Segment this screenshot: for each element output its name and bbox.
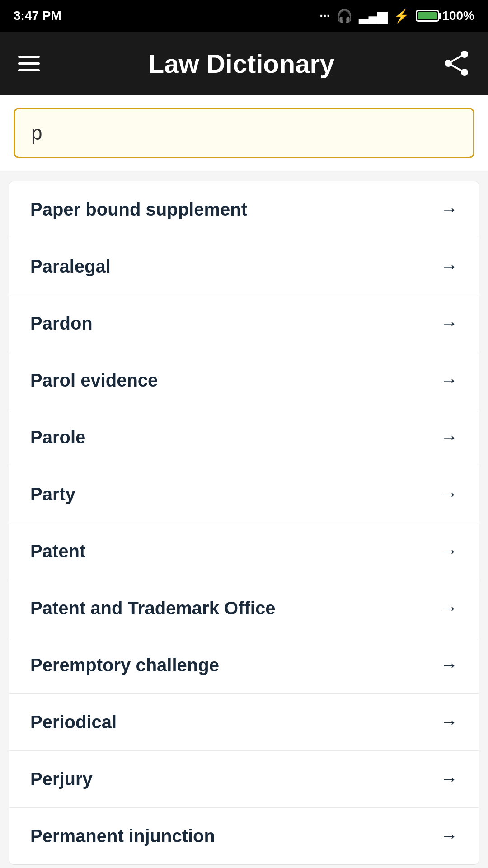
list-item-label: Peremptory challenge [30, 655, 219, 675]
arrow-icon: → [441, 428, 458, 447]
status-bar: 3:47 PM ··· 🎧 ▂▄▆ ⚡ 100% [0, 0, 488, 32]
list-item-label: Periodical [30, 712, 117, 732]
menu-button[interactable] [18, 56, 40, 71]
battery-icon [416, 10, 439, 22]
list-item-label: Perjury [30, 769, 93, 789]
list-item[interactable]: Parole→ [9, 409, 479, 466]
search-container [0, 95, 488, 171]
arrow-icon: → [441, 599, 458, 618]
list-item[interactable]: Permanent injunction→ [9, 808, 479, 864]
list-item-label: Patent [30, 541, 85, 561]
list-item-label: Paper bound supplement [30, 199, 247, 220]
more-icon: ··· [319, 9, 330, 23]
arrow-icon: → [441, 485, 458, 504]
content-area: Paper bound supplement→Paralegal→Pardon→… [0, 171, 488, 868]
app-header: Law Dictionary [0, 32, 488, 95]
arrow-icon: → [441, 826, 458, 846]
list-item[interactable]: Peremptory challenge→ [9, 637, 479, 694]
arrow-icon: → [441, 712, 458, 732]
headphone-icon: 🎧 [337, 9, 352, 24]
signal-icon: ▂▄▆ [359, 9, 388, 24]
status-icons: ··· 🎧 ▂▄▆ ⚡ 100% [319, 9, 474, 24]
list-item[interactable]: Parol evidence→ [9, 352, 479, 409]
list-item-label: Parol evidence [30, 370, 158, 391]
arrow-icon: → [441, 769, 458, 789]
share-button[interactable] [443, 50, 470, 77]
list-item-label: Parole [30, 427, 85, 448]
search-input[interactable] [14, 108, 474, 158]
list-item[interactable]: Paper bound supplement→ [9, 181, 479, 238]
list-item[interactable]: Patent and Trademark Office→ [9, 580, 479, 637]
list-item[interactable]: Periodical→ [9, 694, 479, 751]
list-item-label: Patent and Trademark Office [30, 598, 275, 618]
app-title: Law Dictionary [148, 48, 335, 79]
arrow-icon: → [441, 200, 458, 219]
battery-indicator: 100% [416, 9, 474, 23]
svg-line-3 [448, 54, 465, 63]
list-item-label: Permanent injunction [30, 826, 215, 846]
list-item[interactable]: Pardon→ [9, 295, 479, 352]
status-time: 3:47 PM [14, 9, 61, 23]
list-item[interactable]: Paralegal→ [9, 238, 479, 295]
terms-list: Paper bound supplement→Paralegal→Pardon→… [9, 181, 479, 865]
list-item-label: Party [30, 484, 75, 505]
list-item[interactable]: Party→ [9, 466, 479, 523]
arrow-icon: → [441, 542, 458, 561]
list-item-label: Paralegal [30, 256, 111, 277]
arrow-icon: → [441, 371, 458, 390]
arrow-icon: → [441, 314, 458, 333]
list-item-label: Pardon [30, 313, 93, 334]
arrow-icon: → [441, 656, 458, 675]
list-item[interactable]: Patent→ [9, 523, 479, 580]
svg-line-4 [448, 63, 465, 72]
arrow-icon: → [441, 257, 458, 276]
list-item[interactable]: Perjury→ [9, 751, 479, 808]
lightning-icon: ⚡ [394, 9, 409, 24]
